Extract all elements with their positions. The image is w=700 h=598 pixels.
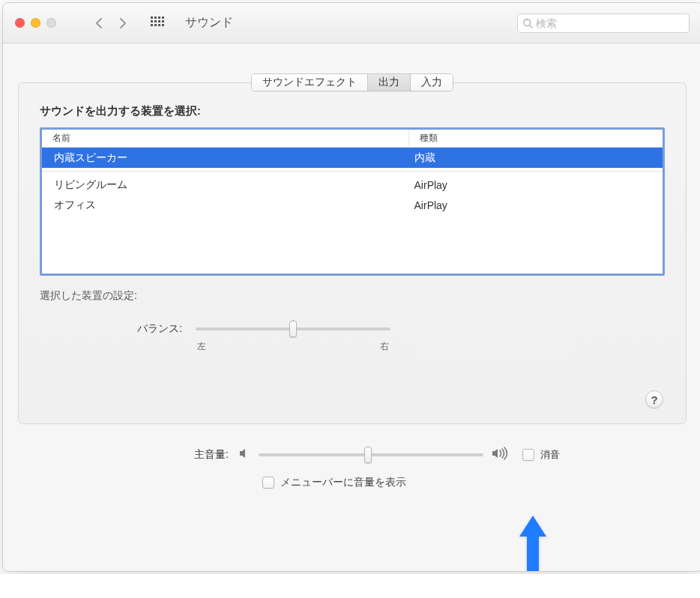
minimize-button[interactable] [31, 18, 40, 28]
device-name: リビングルーム [42, 178, 408, 192]
column-type[interactable]: 種類 [408, 130, 663, 147]
svg-rect-6 [158, 20, 160, 22]
speaker-high-icon [491, 447, 509, 462]
svg-rect-7 [162, 20, 164, 22]
svg-line-13 [530, 25, 533, 28]
mute-label: 消音 [540, 448, 560, 462]
row-divider [42, 171, 663, 172]
svg-rect-11 [162, 24, 164, 26]
show-all-button[interactable] [146, 14, 169, 32]
bottom-controls: 主音量: 消音 [18, 447, 687, 489]
balance-control: バランス: 左 右 [137, 322, 665, 353]
back-button[interactable] [88, 13, 110, 33]
page-title: サウンド [185, 15, 233, 31]
svg-rect-8 [151, 24, 153, 26]
search-icon [522, 18, 533, 28]
device-table[interactable]: 名前 種類 内蔵スピーカー 内蔵 リビングルーム AirPlay オフィス Ai… [40, 127, 665, 276]
tab-input[interactable]: 入力 [411, 74, 453, 91]
tab-output[interactable]: 出力 [368, 74, 411, 91]
select-device-label: サウンドを出力する装置を選択: [40, 104, 665, 118]
svg-rect-10 [158, 24, 160, 26]
help-button[interactable]: ? [645, 390, 663, 408]
table-row[interactable]: オフィス AirPlay [42, 195, 663, 215]
svg-rect-3 [162, 16, 164, 19]
svg-rect-5 [154, 20, 157, 22]
selected-device-settings-label: 選択した装置の設定: [40, 289, 665, 303]
column-name[interactable]: 名前 [42, 130, 408, 147]
close-button[interactable] [15, 18, 25, 28]
svg-rect-1 [154, 16, 157, 19]
show-in-menubar-label: メニューバーに音量を表示 [280, 476, 406, 489]
window-controls [15, 18, 56, 28]
callout-arrow-icon [516, 513, 549, 572]
device-type: AirPlay [408, 179, 663, 191]
slider-thumb[interactable] [289, 321, 297, 337]
table-header: 名前 種類 [42, 130, 663, 148]
balance-tick-labels: 左 右 [196, 340, 390, 353]
balance-slider[interactable] [196, 322, 390, 336]
balance-label: バランス: [137, 322, 182, 336]
content-area: サウンドエフェクト 出力 入力 サウンドを出力する装置を選択: 名前 種類 内蔵… [3, 43, 700, 504]
main-volume-row: 主音量: 消音 [194, 447, 657, 462]
table-row[interactable]: 内蔵スピーカー 内蔵 [42, 148, 663, 168]
device-name: 内蔵スピーカー [42, 151, 408, 165]
device-name: オフィス [42, 199, 408, 212]
output-panel: サウンドを出力する装置を選択: 名前 種類 内蔵スピーカー 内蔵 リビングルーム… [18, 82, 687, 424]
device-type: AirPlay [408, 199, 663, 211]
zoom-button [46, 18, 56, 28]
main-volume-slider[interactable] [259, 448, 483, 462]
tab-sound-effects[interactable]: サウンドエフェクト [252, 74, 368, 91]
slider-thumb[interactable] [364, 447, 372, 463]
forward-button[interactable] [112, 13, 134, 33]
svg-rect-2 [158, 16, 160, 19]
svg-rect-9 [154, 24, 157, 26]
show-in-menubar-checkbox[interactable] [262, 477, 274, 489]
sound-preferences-window: サウンド サウンドエフェクト 出力 入力 サウンドを出力する装置を選択: 名前 … [2, 2, 700, 572]
device-type: 内蔵 [408, 151, 663, 165]
balance-left-label: 左 [197, 340, 206, 353]
nav-arrows [88, 13, 134, 33]
titlebar: サウンド [3, 3, 700, 43]
svg-rect-4 [151, 20, 153, 22]
search-input[interactable] [536, 17, 684, 29]
main-volume-label: 主音量: [194, 448, 229, 462]
svg-rect-0 [151, 16, 153, 19]
mute-checkbox[interactable] [522, 449, 534, 461]
search-field[interactable] [517, 13, 690, 33]
balance-right-label: 右 [380, 340, 389, 353]
show-in-menubar-row: メニューバーに音量を表示 [262, 476, 657, 489]
speaker-low-icon [238, 447, 251, 462]
table-row[interactable]: リビングルーム AirPlay [42, 175, 663, 195]
